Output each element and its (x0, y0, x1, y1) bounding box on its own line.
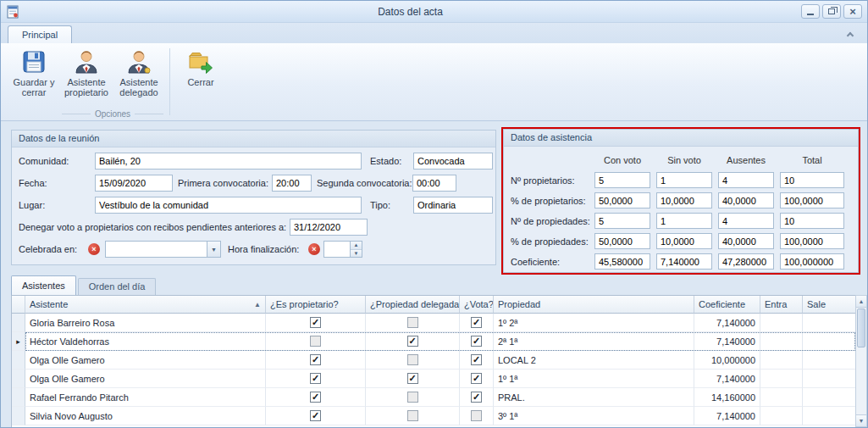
attendance-value[interactable] (594, 253, 650, 270)
denegar-voto-label: Denegar voto a propietarios con recibos … (19, 219, 286, 236)
tab-asistentes[interactable]: Asistentes (11, 275, 76, 295)
checkbox-vota[interactable]: ✓ (471, 354, 482, 365)
ribbon-tab-row: Principal (1, 23, 867, 43)
table-row[interactable]: Gloria Barreiro Rosa ✓ ✓ 1º 2ª 7,140000 (12, 314, 855, 332)
attendance-value[interactable] (718, 192, 774, 208)
celebrada-en-input[interactable] (106, 242, 207, 257)
checkbox-propiedad-delegada[interactable]: ✓ (407, 336, 418, 347)
title-bar: Datos del acta × (1, 1, 867, 23)
scroll-down-button[interactable]: ▼ (856, 414, 866, 426)
col-coeficiente[interactable]: Coeficiente (694, 296, 760, 314)
cell-coeficiente: 7,140000 (694, 332, 760, 351)
celebrada-en-combo[interactable]: ▼ (105, 241, 221, 258)
col-propiedad-delegada[interactable]: ¿Propiedad delegada? (366, 296, 460, 314)
close-button[interactable]: × (843, 4, 862, 19)
scrollbar-thumb[interactable] (857, 308, 865, 347)
checkbox-propiedad-delegada[interactable]: ✓ (407, 373, 418, 384)
ribbon-group-label: Opciones (60, 108, 165, 120)
attendance-value[interactable] (656, 253, 712, 270)
primera-convocatoria-label: Primera convocatoria: (178, 175, 268, 192)
col-sale[interactable]: Sale (803, 296, 855, 314)
collapse-ribbon-button[interactable] (843, 28, 857, 40)
asistente-delegado-button[interactable]: Asistente delegado (113, 45, 165, 98)
checkbox-es-propietario[interactable]: ✓ (310, 354, 321, 365)
checkbox-es-propietario[interactable]: ✓ (310, 317, 321, 328)
checkbox-es-propietario[interactable]: ✓ (310, 373, 321, 384)
checkbox-vota[interactable]: ✓ (471, 392, 482, 403)
primera-convocatoria-field[interactable] (272, 175, 312, 192)
hora-finalizacion-spinner[interactable]: ▲ ▼ (323, 241, 362, 258)
table-row[interactable]: Olga Olle Gamero ✓ ✓ LOCAL 2 10,000000 (12, 351, 855, 370)
cell-coeficiente: 10,000000 (694, 351, 760, 370)
checkbox-es-propietario[interactable] (310, 336, 321, 347)
col-entra[interactable]: Entra (760, 296, 803, 314)
estado-field[interactable] (413, 153, 493, 170)
spin-up-button[interactable]: ▲ (351, 242, 362, 249)
checkbox-es-propietario[interactable]: ✓ (310, 410, 321, 421)
attendance-value[interactable] (594, 192, 650, 208)
checkbox-vota[interactable]: ✓ (471, 317, 482, 328)
attendance-value[interactable] (656, 213, 712, 229)
asistente-propietario-button[interactable]: Asistente propietario (60, 45, 113, 98)
attendance-value[interactable] (594, 172, 650, 188)
dropdown-button[interactable]: ▼ (207, 242, 220, 257)
cell-coeficiente: 7,140000 (694, 314, 760, 332)
table-row[interactable]: Olga Olle Gamero ✓ ✓ ✓ 1º 1ª 7,140000 (12, 370, 855, 388)
lugar-field[interactable] (95, 197, 362, 214)
tab-principal[interactable]: Principal (8, 25, 72, 43)
attendance-value[interactable] (780, 192, 844, 208)
attendance-value[interactable] (656, 172, 712, 188)
checkbox-propiedad-delegada[interactable] (407, 354, 418, 365)
hora-finalizacion-input[interactable] (324, 242, 350, 257)
col-es-propietario[interactable]: ¿Es propietario? (266, 296, 366, 314)
spin-down-icon: ▼ (354, 251, 359, 256)
ribbon-separator (169, 48, 170, 115)
cell-coeficiente: 14,160000 (694, 388, 760, 407)
col-asistente[interactable]: Asistente▲ (25, 296, 266, 314)
fecha-field[interactable] (95, 175, 173, 192)
attendance-value[interactable] (656, 233, 712, 249)
attendance-value[interactable] (780, 253, 844, 270)
spin-down-button[interactable]: ▼ (351, 249, 362, 258)
checkbox-propiedad-delegada[interactable] (407, 392, 418, 403)
restore-button[interactable] (822, 4, 841, 19)
cerrar-button[interactable]: Cerrar (174, 45, 227, 88)
segunda-convocatoria-field[interactable] (412, 175, 456, 192)
checkbox-vota[interactable] (471, 410, 482, 421)
attendance-value[interactable] (594, 233, 650, 249)
table-row-selected[interactable]: ▸ Héctor Valdehorras ✓ ✓ 2ª 1ª 7,140000 (12, 332, 855, 351)
comunidad-field[interactable] (95, 153, 362, 170)
tipo-field[interactable] (413, 197, 493, 214)
attendance-value[interactable] (718, 233, 774, 249)
restore-icon (828, 8, 835, 14)
attendance-value[interactable] (594, 213, 650, 229)
attendance-value[interactable] (780, 172, 844, 188)
attendance-value[interactable] (718, 172, 774, 188)
table-row[interactable]: Rafael Ferrando Pitarch ✓ ✓ PRAL. 14,160… (12, 388, 855, 407)
checkbox-propiedad-delegada[interactable] (407, 410, 418, 421)
exit-folder-icon (187, 48, 214, 75)
col-propiedad[interactable]: Propiedad (494, 296, 694, 314)
panel-datos-reunion: Datos de la reunión Comunidad: Estado: F… (11, 130, 496, 265)
col-vota[interactable]: ¿Vota? (460, 296, 494, 314)
attendance-value[interactable] (718, 253, 774, 270)
attendance-value[interactable] (656, 192, 712, 208)
window-title: Datos del acta (19, 6, 801, 18)
table-row[interactable]: Silvia Novo Augusto ✓ 3º 1ª 7,140000 (12, 407, 855, 425)
checkbox-vota[interactable]: ✓ (471, 336, 482, 347)
tipo-label: Tipo: (370, 197, 390, 214)
cell-propiedad: 1º 1ª (494, 370, 694, 388)
attendance-value[interactable] (780, 233, 844, 249)
tab-orden-del-dia[interactable]: Orden del día (78, 278, 157, 295)
button-label: Asistente delegado (113, 77, 164, 97)
checkbox-vota[interactable]: ✓ (471, 373, 482, 384)
attendance-value[interactable] (780, 213, 844, 229)
guardar-y-cerrar-button[interactable]: Guardar y cerrar (8, 45, 60, 98)
checkbox-es-propietario[interactable]: ✓ (310, 392, 321, 403)
minimize-button[interactable] (801, 4, 820, 19)
scroll-up-button[interactable]: ▲ (856, 296, 866, 308)
attendance-value[interactable] (718, 213, 774, 229)
vertical-scrollbar[interactable]: ▲ ▼ (855, 295, 867, 427)
checkbox-propiedad-delegada[interactable] (407, 317, 418, 328)
denegar-voto-field[interactable] (290, 219, 368, 236)
